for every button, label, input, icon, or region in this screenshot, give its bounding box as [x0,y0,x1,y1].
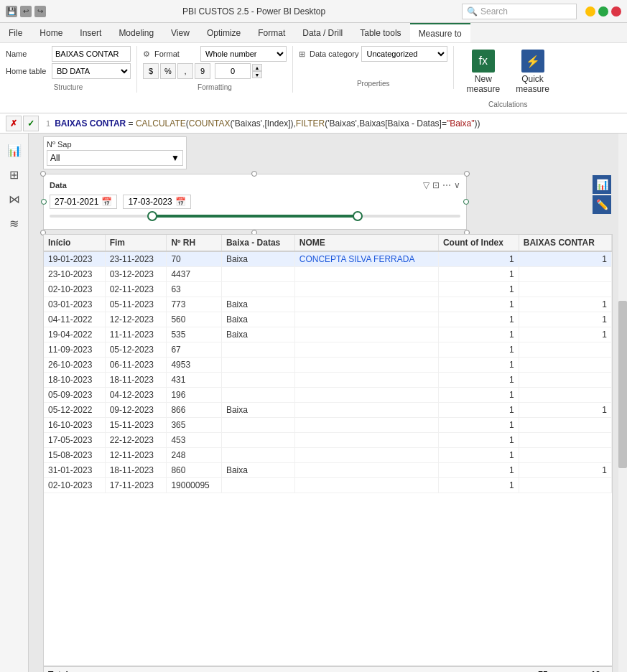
format-increment[interactable]: ▲ [252,64,262,71]
data-category-select[interactable]: Uncategorized [361,46,447,62]
start-date-value: 27-01-2021 [55,197,98,207]
scrollbar-thumb[interactable] [618,301,627,468]
cell-baixa [221,267,294,282]
name-input[interactable] [52,46,131,62]
percent-btn[interactable]: % [160,63,176,79]
expand-icon[interactable]: ⊡ [432,180,440,190]
start-date-input[interactable]: 27-01-2021 📅 [50,195,117,209]
sidebar-report-icon[interactable]: 📊 [4,139,25,161]
table-row[interactable]: 05-09-2023 04-12-2023 196 1 [44,388,612,403]
cell-inicio: 19-01-2023 [44,251,105,267]
widget-handle-tl[interactable] [40,171,46,177]
home-table-label: Home table [6,67,49,75]
format-number-input[interactable] [215,63,251,79]
search-icon: 🔍 [467,6,478,17]
table-row[interactable]: 03-01-2023 05-11-2023 773 Baixa 1 1 [44,297,612,312]
col-inicio[interactable]: Início [44,235,105,251]
selection-handle-left[interactable] [41,199,47,205]
col-nome[interactable]: NOME [294,235,438,251]
date-slider-left-thumb[interactable] [147,211,157,221]
filter-funnel-icon[interactable]: ▽ [423,180,429,190]
format-select[interactable]: Whole number [200,46,287,62]
comma-btn[interactable]: , [177,63,193,79]
table-row[interactable]: 23-10-2023 03-12-2023 4437 1 [44,267,612,282]
sidebar-model-icon[interactable]: ⋈ [4,188,25,210]
widget-handle-tm[interactable] [251,171,257,177]
formula-content[interactable]: BAIXAS CONTAR = CALCULATE(COUNTAX('Baixa… [55,118,621,129]
table-row[interactable]: 02-10-2023 17-11-2023 19000095 1 [44,478,612,493]
menu-format[interactable]: Format [249,23,294,42]
edit-pencil-btn[interactable]: ✏️ [593,195,611,214]
cell-inicio: 16-10-2023 [44,418,105,433]
widget-handle-tr[interactable] [464,171,470,177]
undo-icon[interactable]: ↩ [20,6,32,17]
menu-data-drill[interactable]: Data / Drill [294,23,351,42]
formula-line-number: 1 [46,119,50,128]
col-fim[interactable]: Fim [105,235,167,251]
sidebar-data-icon[interactable]: ⊞ [4,164,25,185]
app-title: PBI CUSTOS 2.5 - Power BI Desktop [52,6,456,17]
title-bar: 💾 ↩ ↪ PBI CUSTOS 2.5 - Power BI Desktop … [0,0,627,23]
menu-insert[interactable]: Insert [71,23,110,42]
menu-modeling[interactable]: Modeling [110,23,162,42]
table-row[interactable]: 11-09-2023 05-12-2023 67 1 [44,342,612,358]
formula-filter: FILTER [296,118,325,129]
table-area[interactable]: Início Fim Nº RH Baixa - Datas NOME Coun… [44,235,612,493]
name-label: Name [6,50,49,58]
table-row[interactable]: 18-10-2023 18-11-2023 431 1 [44,373,612,388]
formula-string: "Baixa" [447,118,475,129]
col-baixas-contar[interactable]: BAIXAS CONTAR [519,235,611,251]
table-row[interactable]: 19-01-2023 23-11-2023 70 Baixa CONCEPTA … [44,251,612,267]
right-scrollbar[interactable] [618,134,627,672]
col-baixa-datas[interactable]: Baixa - Datas [221,235,294,251]
search-box[interactable]: 🔍 Search [462,4,577,19]
close-btn[interactable] [611,6,621,17]
chart-icon-btn[interactable]: 📊 [593,175,611,194]
cell-baixa [221,478,294,493]
home-table-select[interactable]: BD DATA [52,63,131,79]
cell-baixas-contar [519,342,611,358]
table-row[interactable]: 16-10-2023 15-11-2023 365 1 [44,418,612,433]
more-icon[interactable]: ⋯ [442,180,451,190]
new-measure-btn[interactable]: fx Newmeasure [460,46,506,98]
table-row[interactable]: 02-10-2023 02-11-2023 63 1 [44,282,612,297]
table-row[interactable]: 26-10-2023 06-11-2023 4953 1 [44,358,612,373]
format-decrement[interactable]: ▼ [252,71,262,78]
col-count-index[interactable]: Count of Index [438,235,519,251]
menu-table-tools[interactable]: Table tools [351,23,409,42]
quick-measure-btn[interactable]: ⚡ Quickmeasure [509,46,556,98]
save-icon[interactable]: 💾 [6,6,17,17]
currency-btn[interactable]: $ [143,63,159,79]
menu-file[interactable]: File [0,23,31,42]
cell-count-index: 1 [438,282,519,297]
menu-view[interactable]: View [162,23,198,42]
table-row[interactable]: 19-04-2022 11-11-2023 535 Baixa 1 1 [44,327,612,342]
formula-confirm-btn[interactable]: ✓ [23,116,39,131]
menu-home[interactable]: Home [31,23,71,42]
end-date-calendar-icon[interactable]: 📅 [175,197,186,207]
minimize-btn[interactable] [585,6,595,17]
cell-baixas-contar [519,433,611,448]
formula-cancel-btn[interactable]: ✗ [6,116,22,131]
sidebar-dax-icon[interactable]: ≋ [4,213,25,234]
cell-count-index: 1 [438,312,519,327]
comma2-btn[interactable]: 9 [195,63,210,79]
col-rh[interactable]: Nº RH [167,235,222,251]
collapse-icon[interactable]: ∨ [454,180,460,190]
start-date-calendar-icon[interactable]: 📅 [101,197,112,207]
cell-nome [294,267,438,282]
table-row[interactable]: 05-12-2022 09-12-2023 866 Baixa 1 1 [44,403,612,418]
menu-measure-to[interactable]: Measure to [410,23,470,42]
redo-icon[interactable]: ↪ [34,6,46,17]
end-date-input[interactable]: 17-03-2023 📅 [123,195,190,209]
menu-optimize[interactable]: Optimize [198,23,249,42]
table-row[interactable]: 04-11-2022 12-12-2023 560 Baixa 1 1 [44,312,612,327]
table-row[interactable]: 31-01-2023 18-11-2023 860 Baixa 1 1 [44,463,612,478]
table-row[interactable]: 15-08-2023 12-11-2023 248 1 [44,448,612,463]
date-slider-right-thumb[interactable] [353,211,363,221]
filter-select[interactable]: All ▼ [47,150,183,166]
cell-baixas-contar [519,448,611,463]
maximize-btn[interactable] [598,6,608,17]
selection-handle-right[interactable] [463,199,469,205]
table-row[interactable]: 17-05-2023 22-12-2023 453 1 [44,433,612,448]
